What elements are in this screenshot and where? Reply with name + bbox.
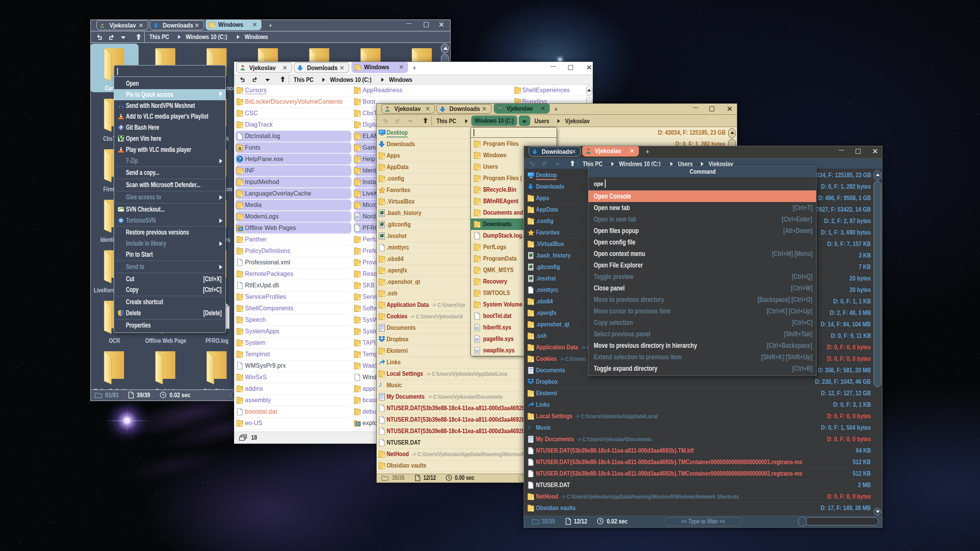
svg-text:m: m xyxy=(122,138,124,142)
svg-text:?: ? xyxy=(238,156,241,162)
svg-text:A: A xyxy=(238,146,242,151)
